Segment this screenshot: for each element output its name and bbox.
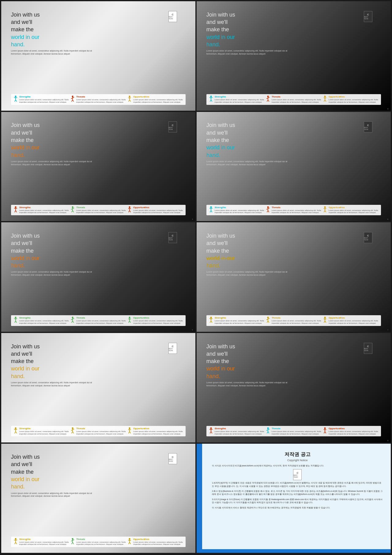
svg-line-154: [72, 542, 73, 544]
slide-8-headline: Join with us and we'll make the world in…: [206, 343, 355, 380]
svg-point-54: [210, 206, 212, 208]
page-num-6: 7: [387, 329, 388, 331]
slide-6-strip: Strengths Lorem ipsum dolor sit amet, co…: [206, 315, 381, 326]
svg-line-88: [129, 321, 130, 323]
svg-point-0: [15, 96, 16, 97]
page-num-4: 6: [387, 218, 388, 220]
slide-7-body: Lorem ipsum dolor sit amet, consectetur …: [11, 381, 93, 387]
slide-7-headline: Join with us and we'll make the world in…: [11, 343, 160, 380]
svg-point-156: [129, 538, 130, 539]
page-num-10: 10: [386, 550, 388, 552]
svg-line-29: [268, 100, 269, 101]
svg-line-142: [324, 431, 325, 433]
slide-7-strip: Strengths Lorem ipsum dolor sit amet, co…: [11, 426, 186, 437]
svg-line-65: [268, 210, 269, 212]
svg-line-106: [324, 321, 325, 323]
slide-9-headline: Join with us and we'll make the world in…: [11, 453, 160, 490]
svg-line-118: [72, 431, 73, 433]
logo-box: CBEST YEAR: [364, 11, 372, 22]
svg-point-42: [72, 206, 73, 208]
svg-point-30: [324, 96, 326, 97]
svg-point-6: [72, 96, 73, 97]
svg-line-35: [325, 100, 326, 101]
threats-text: Threats Lorem ipsum dolor sit amet, cons…: [76, 95, 127, 104]
svg-point-48: [129, 206, 130, 208]
slide-4-headline: Join with us and we'll make the world in…: [206, 121, 355, 159]
svg-point-66: [324, 206, 326, 208]
svg-line-89: [130, 321, 130, 323]
svg-line-107: [325, 321, 326, 323]
slide-5-strip: Strengths Lorem ipsum dolor sit amet, co…: [11, 315, 186, 326]
svg-line-4: [14, 100, 15, 101]
copyright-subtitle: Copyright Notice: [212, 459, 383, 462]
svg-point-138: [324, 427, 326, 429]
strip-threats: Threats Lorem ipsum dolor sit amet, cons…: [70, 95, 127, 104]
svg-line-17: [130, 100, 130, 101]
page-num-7: 3: [192, 440, 193, 442]
slide-9-strip: Strengths Lorem ipsum dolor sit amet, co…: [11, 537, 186, 547]
svg-line-53: [130, 210, 130, 212]
page-num-1: 2: [192, 108, 193, 110]
svg-point-24: [267, 96, 269, 97]
slide-4-strip: Strengths Lorem ipsum dolor sit amet, co…: [206, 205, 381, 216]
slide-8: Join with us and we'll make the world in…: [197, 333, 391, 442]
logo-box: CBEST YEAR: [364, 121, 372, 132]
svg-line-136: [267, 431, 268, 433]
svg-line-149: [16, 542, 17, 544]
svg-line-155: [73, 542, 74, 544]
svg-line-119: [73, 431, 74, 433]
svg-line-95: [211, 321, 212, 323]
svg-line-94: [210, 321, 211, 323]
svg-line-22: [210, 100, 211, 101]
svg-line-58: [210, 210, 211, 212]
svg-point-78: [72, 317, 73, 318]
svg-line-46: [72, 210, 73, 212]
svg-line-77: [16, 321, 17, 323]
slide-3: Join with us and we'll make the world in…: [1, 112, 195, 221]
copyright-para3: 2.회사 정보(Business & 아이콘) 이 간행물에 포함된 회사 정보…: [212, 490, 383, 496]
slide-4-body: Lorem ipsum dolor sit amet, consectetur …: [206, 160, 288, 166]
svg-line-28: [267, 100, 268, 101]
slide-5: Join with us and we'll make the world in…: [1, 222, 195, 332]
copyright-para4: 3.이미지(Image & 아이콘/Icon) 이 간행물에 포함된 이미지들 …: [212, 498, 383, 504]
slide-6-headline: Join with us and we'll make the world in…: [206, 232, 355, 269]
svg-line-101: [268, 321, 269, 323]
svg-line-70: [324, 210, 325, 212]
slide-1: Join with us and we'll make the world in…: [1, 1, 195, 111]
svg-point-96: [267, 317, 269, 318]
svg-point-84: [129, 317, 130, 318]
strip-strengths: Strengths Lorem ipsum dolor sit amet, co…: [13, 95, 70, 104]
svg-line-23: [211, 100, 212, 101]
slide-3-strip: Strengths Lorem ipsum dolor sit amet, co…: [11, 205, 186, 216]
logo-box: CBEST YEAR: [364, 232, 372, 243]
svg-line-47: [73, 210, 74, 212]
svg-line-131: [211, 431, 212, 433]
svg-line-125: [130, 431, 130, 433]
svg-line-59: [211, 210, 212, 212]
svg-point-120: [129, 427, 130, 429]
svg-line-11: [73, 100, 74, 101]
slide-9-body: Lorem ipsum dolor sit amet, consectetur …: [11, 492, 93, 498]
slide-2-body: Lorem ipsum dolor sit amet, consectetur …: [206, 49, 288, 56]
slide-2-headline: Join with us and we'll make the world in…: [206, 11, 355, 48]
svg-line-40: [14, 210, 15, 212]
slide-9: Join with us and we'll make the world in…: [1, 444, 195, 553]
opportunities-text: Opportunities Lorem ipsum dolor sit amet…: [133, 95, 184, 104]
copyright-para1: 이 서식은 서식사이트인 비즈폼(www.bizform.co.kr)에서 제공…: [212, 464, 383, 467]
svg-point-36: [15, 206, 16, 208]
svg-line-161: [130, 542, 130, 544]
svg-line-82: [72, 321, 73, 323]
copyright-title: 저작권 공고: [212, 451, 383, 458]
svg-line-41: [16, 210, 17, 212]
svg-line-76: [14, 321, 15, 323]
svg-line-5: [16, 100, 17, 101]
logo-box: CBEST YEAR: [168, 453, 177, 464]
page-num-9: 3: [192, 550, 193, 552]
page-num-3: 4: [192, 218, 193, 220]
svg-line-137: [268, 431, 269, 433]
svg-line-130: [210, 431, 211, 433]
strip-opportunities: Opportunities Lorem ipsum dolor sit amet…: [127, 95, 184, 104]
svg-line-16: [129, 100, 130, 101]
svg-line-71: [325, 210, 326, 212]
slide-2-strip: Strengths Lorem ipsum dolor sit amet, co…: [206, 94, 381, 105]
